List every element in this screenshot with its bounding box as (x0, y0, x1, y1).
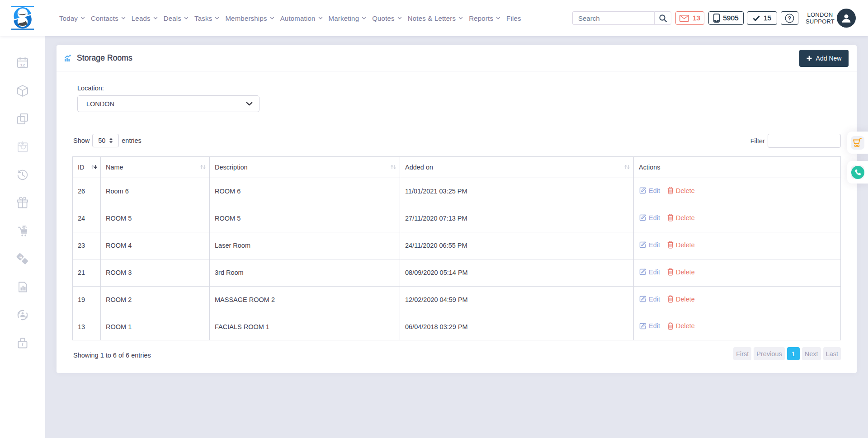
svg-text:12: 12 (20, 62, 25, 67)
svg-text:?: ? (788, 15, 791, 22)
